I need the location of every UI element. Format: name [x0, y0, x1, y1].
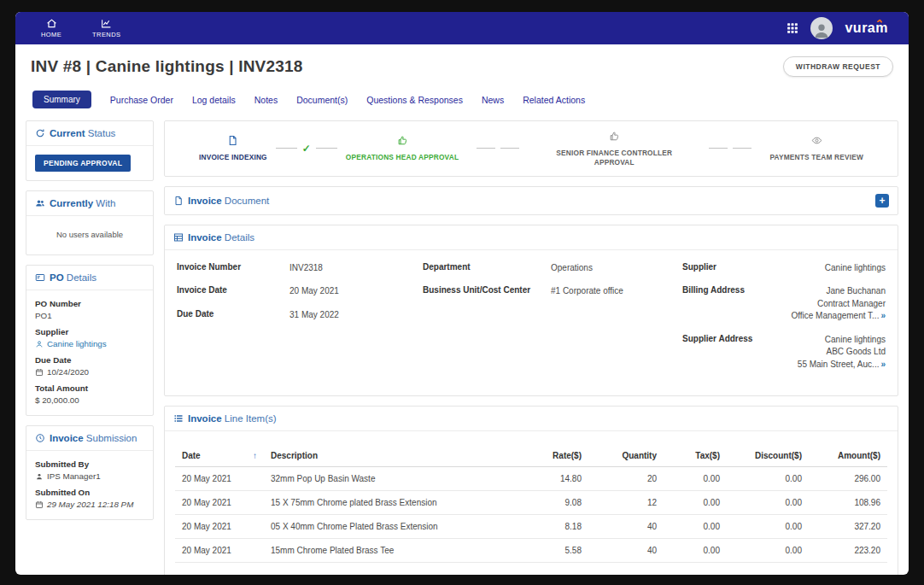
line-items-table: Date↑ Description Rate($) Quantity Tax($…	[175, 445, 887, 563]
nav-right: vuram	[787, 17, 890, 39]
submitted-by-value: IPS Manager1	[35, 471, 144, 481]
tab-news[interactable]: News	[482, 95, 504, 105]
po-details-title: PO Details	[50, 272, 96, 283]
invoice-document-header: Invoice Document +	[165, 187, 898, 214]
cell-tax: 0.00	[664, 491, 727, 515]
sort-ascending-icon[interactable]: ↑	[253, 451, 257, 460]
submitted-by-field: Submitted By IPS Manager1	[35, 459, 144, 481]
app-window: HOME TRENDS vuram INV #8 | Canine li	[15, 12, 909, 575]
invoice-details-body: Invoice Number INV2318 Invoice Date 20 M…	[165, 250, 898, 396]
workflow-step-label: PAYMENTS TEAM REVIEW	[769, 153, 863, 162]
sidebar: Current Status PENDING APPROVAL Currentl…	[26, 120, 154, 520]
invoice-number-label: Invoice Number	[177, 262, 289, 272]
department-value: Operations	[551, 262, 593, 275]
column-header-amount[interactable]: Amount($)	[809, 445, 887, 467]
tab-documents[interactable]: Document(s)	[296, 95, 348, 105]
brand-logo: vuram	[845, 20, 890, 36]
tab-log-details[interactable]: Log details	[192, 95, 236, 105]
po-number-value: PO1	[35, 311, 144, 320]
po-supplier-link[interactable]: Canine lightings	[35, 339, 144, 348]
withdraw-request-button[interactable]: WITHDRAW REQUEST	[783, 56, 893, 77]
eye-icon	[811, 134, 822, 149]
home-icon	[46, 18, 57, 29]
expand-more-link[interactable]: »	[880, 360, 886, 369]
currently-with-card: Currently With No users available	[26, 190, 154, 255]
calendar-icon	[35, 500, 44, 509]
tab-bar: Summary Purchase Order Log details Notes…	[15, 89, 909, 119]
due-date-value: 31 May 2022	[289, 309, 339, 322]
column-header-discount[interactable]: Discount($)	[727, 445, 809, 467]
trends-icon	[101, 18, 112, 29]
invoice-details-header: Invoice Details	[165, 225, 898, 250]
submitted-on-label: Submitted On	[35, 488, 144, 497]
workflow-step-label: INVOICE INDEXING	[199, 153, 267, 162]
table-row: 20 May 2021 15mm Chrome Plated Brass Tee…	[175, 539, 887, 563]
invoice-submission-card: Invoice Submission Submitted By IPS Mana…	[26, 425, 154, 520]
workflow-step-operations-head-approval: OPERATIONS HEAD APPROVAL	[346, 134, 459, 162]
add-document-button[interactable]: +	[875, 194, 889, 208]
submitted-on-value: 29 May 2021 12:18 PM	[35, 500, 144, 509]
po-number-label: PO Number	[35, 299, 144, 308]
cell-description: 05 X 40mm Chrome Plated Brass Extension	[264, 515, 518, 539]
column-header-date[interactable]: Date↑	[175, 445, 264, 467]
supplier-field: Supplier Canine lightings	[682, 262, 886, 275]
page-title: INV #8 | Canine lightings | INV2318	[31, 57, 303, 76]
po-total-amount-field: Total Amount $ 20,000.00	[35, 383, 144, 405]
po-details-header: PO Details	[26, 266, 153, 290]
no-users-message: No users available	[26, 216, 153, 254]
table-row: 20 May 2021 15 X 75mm Chrome plated Bras…	[175, 491, 887, 515]
invoice-submission-body: Submitted By IPS Manager1 Submitted On 2…	[26, 451, 153, 519]
current-status-header: Current Status	[26, 121, 153, 146]
column-header-quantity[interactable]: Quantity	[588, 445, 664, 467]
workflow-connector: ✓	[267, 143, 346, 154]
invoice-submission-title: Invoice Submission	[50, 433, 137, 443]
cell-rate: 9.08	[518, 491, 588, 515]
tab-notes[interactable]: Notes	[254, 95, 278, 105]
current-status-title: Current Status	[50, 128, 115, 138]
cell-description: 15mm Chrome Plated Brass Tee	[264, 539, 518, 563]
table-row: 20 May 2021 05 X 40mm Chrome Plated Bras…	[175, 515, 887, 539]
cell-quantity: 12	[588, 491, 664, 515]
invoice-line-items-title: Invoice Line Item(s)	[188, 413, 277, 424]
po-total-amount-label: Total Amount	[35, 383, 144, 393]
business-unit-value: #1 Corporate office	[551, 285, 623, 298]
cell-tax: 0.00	[664, 467, 727, 491]
invoice-line-items-header: Invoice Line Item(s)	[165, 407, 898, 431]
apps-grid-icon[interactable]	[787, 22, 798, 34]
cell-discount: 0.00	[727, 491, 809, 515]
invoice-document-title: Invoice Document	[188, 196, 269, 206]
cell-tax: 0.00	[664, 515, 727, 539]
nav-trends-label: TRENDS	[92, 31, 120, 38]
refresh-icon	[35, 128, 45, 138]
document-icon	[227, 134, 238, 149]
tab-related-actions[interactable]: Related Actions	[523, 95, 585, 105]
business-unit-field: Business Unit/Cost Center #1 Corporate o…	[423, 285, 669, 298]
nav-home[interactable]: HOME	[38, 16, 65, 40]
supplier-link[interactable]: Canine lightings	[825, 262, 886, 275]
expand-more-link[interactable]: »	[880, 311, 886, 320]
nav-left: HOME TRENDS	[38, 12, 124, 44]
tab-summary[interactable]: Summary	[32, 91, 91, 108]
currently-with-header: Currently With	[26, 191, 153, 216]
top-navigation: HOME TRENDS vuram	[15, 12, 909, 44]
details-column-2: Department Operations Business Unit/Cost…	[423, 262, 669, 383]
avatar[interactable]	[810, 17, 833, 39]
currently-with-title: Currently With	[50, 198, 115, 208]
po-due-date-value: 10/24/2020	[35, 367, 144, 377]
po-total-amount-value: $ 20,000.00	[35, 395, 144, 405]
cell-amount: 296.00	[809, 467, 887, 491]
due-date-label: Due Date	[177, 309, 289, 319]
invoice-date-label: Invoice Date	[177, 285, 289, 295]
column-header-description[interactable]: Description	[264, 445, 518, 467]
column-header-rate[interactable]: Rate($)	[518, 445, 588, 467]
due-date-field: Due Date 31 May 2022	[177, 309, 409, 322]
nav-trends[interactable]: TRENDS	[89, 16, 124, 40]
tab-purchase-order[interactable]: Purchase Order	[110, 95, 173, 105]
check-icon: ✓	[302, 143, 311, 154]
supplier-address-field: Supplier Address Canine lightings ABC Go…	[682, 334, 886, 371]
clock-icon	[35, 433, 45, 443]
invoice-submission-header: Invoice Submission	[26, 426, 153, 451]
tab-questions-responses[interactable]: Questions & Responses	[366, 95, 463, 105]
column-header-tax[interactable]: Tax($)	[664, 445, 727, 467]
workflow-step-label: OPERATIONS HEAD APPROVAL	[346, 153, 459, 162]
